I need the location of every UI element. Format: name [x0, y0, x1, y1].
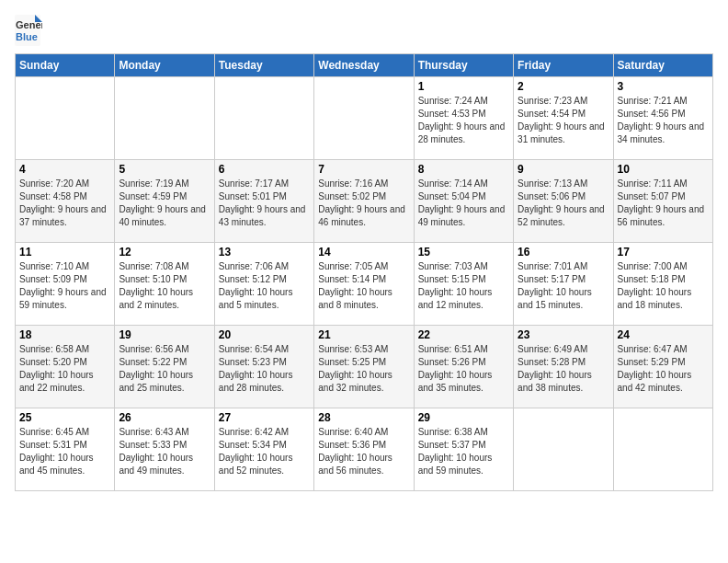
- calendar-cell: 17Sunrise: 7:00 AMSunset: 5:18 PMDayligh…: [613, 243, 712, 326]
- calendar-cell: 13Sunrise: 7:06 AMSunset: 5:12 PMDayligh…: [214, 243, 313, 326]
- calendar-cell: 2Sunrise: 7:23 AMSunset: 4:54 PMDaylight…: [514, 77, 613, 160]
- calendar-cell: 25Sunrise: 6:45 AMSunset: 5:31 PMDayligh…: [16, 408, 115, 491]
- header-thursday: Thursday: [414, 54, 513, 77]
- day-info: Sunrise: 6:51 AMSunset: 5:26 PMDaylight:…: [418, 343, 509, 395]
- calendar-cell: 27Sunrise: 6:42 AMSunset: 5:34 PMDayligh…: [214, 408, 313, 491]
- page-header: General Blue: [15, 15, 713, 46]
- calendar-cell: 6Sunrise: 7:17 AMSunset: 5:01 PMDaylight…: [214, 160, 313, 243]
- day-number: 29: [418, 411, 509, 424]
- calendar-cell: 9Sunrise: 7:13 AMSunset: 5:06 PMDaylight…: [514, 160, 613, 243]
- day-info: Sunrise: 7:06 AMSunset: 5:12 PMDaylight:…: [219, 260, 310, 312]
- day-info: Sunrise: 6:53 AMSunset: 5:25 PMDaylight:…: [318, 343, 409, 395]
- calendar-cell: 18Sunrise: 6:58 AMSunset: 5:20 PMDayligh…: [16, 326, 115, 408]
- day-number: 10: [618, 163, 709, 176]
- day-info: Sunrise: 7:23 AMSunset: 4:54 PMDaylight:…: [518, 95, 609, 146]
- day-number: 27: [219, 411, 310, 424]
- header-monday: Monday: [115, 54, 214, 77]
- day-number: 22: [418, 328, 509, 341]
- header-friday: Friday: [514, 54, 613, 77]
- day-info: Sunrise: 7:19 AMSunset: 4:59 PMDaylight:…: [119, 178, 210, 229]
- day-number: 3: [618, 80, 709, 93]
- calendar-cell: [314, 77, 414, 160]
- calendar-cell: 5Sunrise: 7:19 AMSunset: 4:59 PMDaylight…: [115, 160, 214, 243]
- day-info: Sunrise: 6:38 AMSunset: 5:37 PMDaylight:…: [418, 426, 509, 477]
- day-info: Sunrise: 7:14 AMSunset: 5:04 PMDaylight:…: [418, 178, 509, 229]
- day-info: Sunrise: 7:13 AMSunset: 5:06 PMDaylight:…: [518, 178, 609, 229]
- calendar-cell: 28Sunrise: 6:40 AMSunset: 5:36 PMDayligh…: [314, 408, 414, 491]
- day-number: 15: [418, 246, 509, 259]
- calendar-cell: 4Sunrise: 7:20 AMSunset: 4:58 PMDaylight…: [16, 160, 115, 243]
- day-number: 24: [618, 328, 709, 341]
- day-info: Sunrise: 6:47 AMSunset: 5:29 PMDaylight:…: [618, 343, 709, 395]
- day-number: 28: [318, 411, 409, 424]
- day-number: 1: [418, 80, 509, 93]
- day-number: 23: [518, 328, 609, 341]
- logo-svg: General Blue: [15, 15, 42, 46]
- calendar-cell: 24Sunrise: 6:47 AMSunset: 5:29 PMDayligh…: [613, 326, 712, 408]
- week-row-2: 4Sunrise: 7:20 AMSunset: 4:58 PMDaylight…: [16, 160, 713, 243]
- day-info: Sunrise: 7:17 AMSunset: 5:01 PMDaylight:…: [219, 178, 310, 229]
- day-info: Sunrise: 7:00 AMSunset: 5:18 PMDaylight:…: [618, 260, 709, 312]
- day-number: 7: [318, 163, 409, 176]
- calendar-cell: [514, 408, 613, 491]
- day-number: 4: [19, 163, 110, 176]
- day-info: Sunrise: 7:21 AMSunset: 4:56 PMDaylight:…: [618, 95, 709, 146]
- week-row-5: 25Sunrise: 6:45 AMSunset: 5:31 PMDayligh…: [16, 408, 713, 491]
- day-number: 26: [119, 411, 210, 424]
- day-info: Sunrise: 6:56 AMSunset: 5:22 PMDaylight:…: [119, 343, 210, 395]
- day-info: Sunrise: 7:20 AMSunset: 4:58 PMDaylight:…: [19, 178, 110, 229]
- calendar-cell: 19Sunrise: 6:56 AMSunset: 5:22 PMDayligh…: [115, 326, 214, 408]
- calendar-cell: 15Sunrise: 7:03 AMSunset: 5:15 PMDayligh…: [414, 243, 513, 326]
- calendar-cell: 16Sunrise: 7:01 AMSunset: 5:17 PMDayligh…: [514, 243, 613, 326]
- day-number: 13: [219, 246, 310, 259]
- day-info: Sunrise: 6:43 AMSunset: 5:33 PMDaylight:…: [119, 426, 210, 477]
- calendar-cell: 23Sunrise: 6:49 AMSunset: 5:28 PMDayligh…: [514, 326, 613, 408]
- day-info: Sunrise: 7:16 AMSunset: 5:02 PMDaylight:…: [318, 178, 409, 229]
- calendar-cell: 10Sunrise: 7:11 AMSunset: 5:07 PMDayligh…: [613, 160, 712, 243]
- day-number: 9: [518, 163, 609, 176]
- day-info: Sunrise: 7:01 AMSunset: 5:17 PMDaylight:…: [518, 260, 609, 312]
- day-info: Sunrise: 7:03 AMSunset: 5:15 PMDaylight:…: [418, 260, 509, 312]
- week-row-4: 18Sunrise: 6:58 AMSunset: 5:20 PMDayligh…: [16, 326, 713, 408]
- week-row-1: 1Sunrise: 7:24 AMSunset: 4:53 PMDaylight…: [16, 77, 713, 160]
- day-number: 20: [219, 328, 310, 341]
- day-number: 6: [219, 163, 310, 176]
- header-sunday: Sunday: [16, 54, 115, 77]
- calendar-cell: 29Sunrise: 6:38 AMSunset: 5:37 PMDayligh…: [414, 408, 513, 491]
- calendar-cell: [16, 77, 115, 160]
- logo: General Blue: [15, 15, 42, 46]
- header-wednesday: Wednesday: [314, 54, 414, 77]
- calendar-cell: [214, 77, 313, 160]
- day-number: 8: [418, 163, 509, 176]
- day-info: Sunrise: 7:10 AMSunset: 5:09 PMDaylight:…: [19, 260, 110, 312]
- day-info: Sunrise: 7:08 AMSunset: 5:10 PMDaylight:…: [119, 260, 210, 312]
- calendar-cell: [115, 77, 214, 160]
- calendar-cell: 1Sunrise: 7:24 AMSunset: 4:53 PMDaylight…: [414, 77, 513, 160]
- day-number: 5: [119, 163, 210, 176]
- week-row-3: 11Sunrise: 7:10 AMSunset: 5:09 PMDayligh…: [16, 243, 713, 326]
- day-info: Sunrise: 6:42 AMSunset: 5:34 PMDaylight:…: [219, 426, 310, 477]
- day-number: 21: [318, 328, 409, 341]
- calendar-cell: 12Sunrise: 7:08 AMSunset: 5:10 PMDayligh…: [115, 243, 214, 326]
- calendar-cell: 20Sunrise: 6:54 AMSunset: 5:23 PMDayligh…: [214, 326, 313, 408]
- calendar-table: SundayMondayTuesdayWednesdayThursdayFrid…: [15, 53, 713, 491]
- header-saturday: Saturday: [613, 54, 712, 77]
- day-info: Sunrise: 7:11 AMSunset: 5:07 PMDaylight:…: [618, 178, 709, 229]
- day-number: 17: [618, 246, 709, 259]
- calendar-cell: 8Sunrise: 7:14 AMSunset: 5:04 PMDaylight…: [414, 160, 513, 243]
- calendar-cell: 14Sunrise: 7:05 AMSunset: 5:14 PMDayligh…: [314, 243, 414, 326]
- svg-text:Blue: Blue: [16, 31, 38, 42]
- calendar-header-row: SundayMondayTuesdayWednesdayThursdayFrid…: [16, 54, 713, 77]
- day-number: 18: [19, 328, 110, 341]
- calendar-cell: 21Sunrise: 6:53 AMSunset: 5:25 PMDayligh…: [314, 326, 414, 408]
- day-info: Sunrise: 7:05 AMSunset: 5:14 PMDaylight:…: [318, 260, 409, 312]
- calendar-cell: 7Sunrise: 7:16 AMSunset: 5:02 PMDaylight…: [314, 160, 414, 243]
- day-number: 16: [518, 246, 609, 259]
- day-number: 19: [119, 328, 210, 341]
- calendar-cell: [613, 408, 712, 491]
- day-info: Sunrise: 6:58 AMSunset: 5:20 PMDaylight:…: [19, 343, 110, 395]
- calendar-cell: 26Sunrise: 6:43 AMSunset: 5:33 PMDayligh…: [115, 408, 214, 491]
- day-number: 2: [518, 80, 609, 93]
- day-number: 14: [318, 246, 409, 259]
- calendar-cell: 22Sunrise: 6:51 AMSunset: 5:26 PMDayligh…: [414, 326, 513, 408]
